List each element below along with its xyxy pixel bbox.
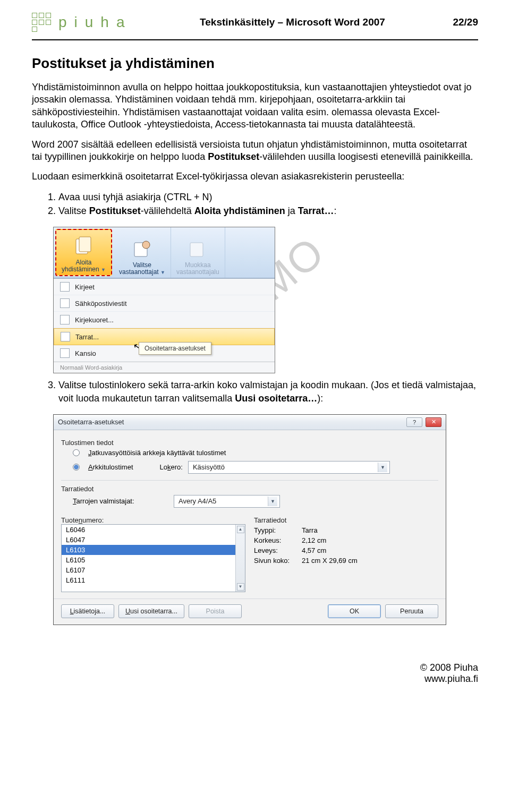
tooltip: Osoitetarra-asetukset [139, 342, 211, 355]
paragraph-2-bold: Postitukset [208, 151, 259, 162]
logo: piuha [32, 13, 132, 32]
tray-label: Lokero: [160, 463, 183, 471]
paragraph-2-text-2: -välilehden uusilla loogisesti etenevill… [259, 151, 473, 162]
dialog-titlebar: Osoitetarra-asetukset ? ✕ [54, 415, 446, 430]
info-height-key: Korkeus: [254, 536, 302, 544]
mail-merge-icon [73, 236, 94, 257]
list-item[interactable]: L6105 [62, 555, 245, 565]
info-type-val: Tarra [302, 526, 438, 534]
footer-copyright: © 2008 Piuha www.piuha.fi [32, 662, 478, 685]
new-label-button[interactable]: Uusi osoitetarra... [118, 604, 184, 618]
paragraph-2: Word 2007 sisältää edelleen edellisistä … [32, 139, 478, 164]
logo-text: piuha [58, 14, 132, 31]
menu-item-cutoff: Normaali Word-asiakirja [54, 362, 275, 373]
radio-icon [73, 449, 80, 456]
list-item-3: Valitse tulostinlokero sekä tarra-arkin … [58, 379, 478, 405]
folder-icon [60, 348, 70, 358]
dialog-title: Osoitetarra-asetukset [58, 418, 124, 426]
list-item[interactable]: L6103 [62, 545, 245, 555]
ribbon-group-edit-recipients: Muokkaavastaanottajalu [171, 227, 225, 278]
document-title: Tekstinkäsittely – Microsoft Word 2007 [132, 16, 453, 28]
chevron-down-icon: ▼ [160, 270, 165, 275]
recipients-icon [131, 238, 152, 260]
page-number: 22/29 [453, 16, 478, 28]
footer-url: www.piuha.fi [424, 673, 478, 684]
label-info-section-label: Tarratiedot [61, 485, 438, 493]
list-item[interactable]: L6046 [62, 525, 245, 535]
tray-combobox[interactable]: Käsisyöttö ▼ [188, 461, 390, 474]
svg-point-3 [142, 241, 150, 249]
product-number-label: Tuotenumero: [61, 516, 245, 524]
chevron-down-icon: ▼ [268, 497, 277, 506]
delete-button: Poista [189, 604, 242, 618]
radio-continuous[interactable]: Jatkuvasyöttöisiä arkkeja käyttävät tulo… [61, 447, 438, 459]
email-icon [60, 298, 70, 308]
menu-item-envelopes[interactable]: Kirjekuoret... [54, 312, 275, 328]
svg-rect-1 [79, 237, 91, 252]
scrollbar[interactable]: ▲ ▼ [235, 525, 245, 592]
menu-item-letters[interactable]: Kirjeet [54, 279, 275, 295]
list-item-2: Valitse Postitukset-välilehdeltä Aloita … [58, 204, 478, 217]
chevron-down-icon: ▼ [101, 267, 106, 272]
scroll-down-icon[interactable]: ▼ [237, 583, 244, 591]
paragraph-3: Luodaan esimerkkinä osoitetarrat Excel-t… [32, 170, 478, 183]
svg-rect-4 [190, 243, 203, 257]
instruction-list-2: Valitse tulostinlokero sekä tarra-arkin … [32, 379, 478, 405]
dialog-separator [61, 480, 438, 481]
info-type-key: Tyyppi: [254, 526, 302, 534]
ribbon-group-select-recipients[interactable]: Valitsevastaanottajat ▼ [114, 227, 171, 278]
screenshot-ribbon-menu: Aloitayhdistäminen ▼ Valitsevastaanottaj… [53, 227, 275, 373]
ribbon: Aloitayhdistäminen ▼ Valitsevastaanottaj… [54, 227, 275, 278]
list-item[interactable]: L6107 [62, 565, 245, 575]
info-width-val: 4,57 cm [302, 546, 438, 554]
close-button[interactable]: ✕ [426, 417, 441, 427]
details-button[interactable]: Lisätietoja... [61, 604, 114, 618]
dropdown-menu: Kirjeet Sähköpostiviestit Kirjekuoret...… [54, 278, 275, 373]
envelope-icon [60, 315, 70, 324]
label-details-header: Tarratiedot [254, 516, 438, 524]
ribbon-group-start-merge[interactable]: Aloitayhdistäminen ▼ [55, 229, 112, 276]
dialog-footer: Lisätietoja... Uusi osoitetarra... Poist… [54, 599, 446, 625]
help-button[interactable]: ? [406, 417, 422, 427]
menu-item-emails[interactable]: Sähköpostiviestit [54, 295, 275, 312]
info-pagesize-val: 21 cm X 29,69 cm [302, 557, 438, 565]
printer-info-section-label: Tulostimen tiedot [61, 439, 438, 447]
label-icon [61, 332, 70, 341]
ok-button[interactable]: OK [328, 604, 381, 618]
scroll-up-icon[interactable]: ▲ [237, 526, 244, 533]
radio-icon-checked [73, 464, 80, 471]
list-item[interactable]: L6111 [62, 575, 245, 585]
edit-recipients-icon [187, 238, 208, 260]
screenshot-label-options-dialog: Osoitetarra-asetukset ? ✕ Tulostimen tie… [53, 414, 446, 625]
list-item[interactable]: L6047 [62, 535, 245, 545]
vendor-value: Avery A4/A5 [178, 497, 216, 505]
chevron-down-icon: ▼ [378, 463, 387, 472]
instruction-list-1: Avaa uusi tyhjä asiakirja (CTRL + N) Val… [32, 191, 478, 218]
cancel-button[interactable]: Peruuta [385, 604, 438, 618]
section-heading: Postitukset ja yhdistäminen [32, 55, 478, 72]
info-pagesize-key: Sivun koko: [254, 557, 302, 565]
list-item-1: Avaa uusi tyhjä asiakirja (CTRL + N) [58, 191, 478, 203]
header-divider [32, 39, 478, 40]
vendor-label: Tarrojen valmistajat: [73, 497, 168, 505]
product-number-listbox[interactable]: L6046L6047L6103L6105L6107L6111 ▲ ▼ [61, 524, 245, 592]
info-height-val: 2,12 cm [302, 536, 438, 544]
radio-page-printers[interactable]: Arkkitulostimet Lokero: Käsisyöttö ▼ [61, 459, 438, 476]
logo-icon [32, 13, 51, 32]
tray-value: Käsisyöttö [193, 463, 225, 471]
vendor-combobox[interactable]: Avery A4/A5 ▼ [174, 495, 280, 508]
paragraph-1: Yhdistämistoiminnon avulla on helppo hoi… [32, 81, 478, 131]
letter-icon [60, 282, 70, 292]
info-width-key: Leveys: [254, 546, 302, 554]
